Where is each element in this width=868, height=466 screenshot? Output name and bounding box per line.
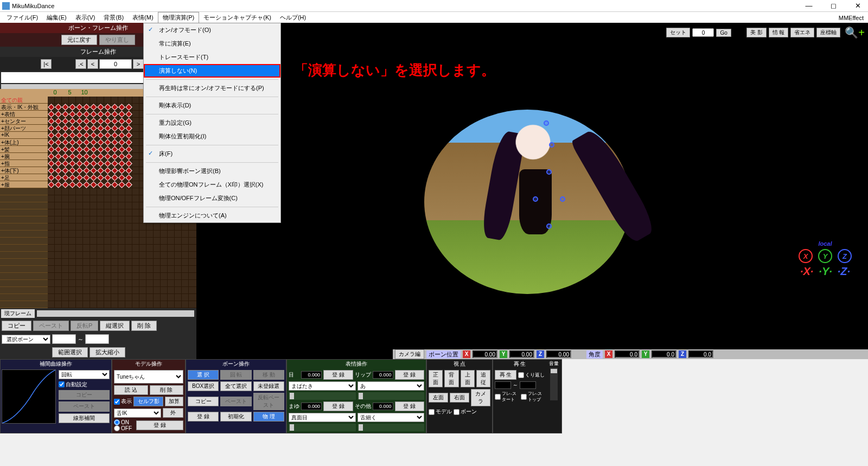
track-label[interactable]: +顔パーツ xyxy=(0,125,48,132)
coord-axis-button[interactable]: 座標軸 xyxy=(816,28,840,37)
dropdown-item[interactable]: 剛体位置初期化(I) xyxy=(144,130,280,143)
track-label[interactable]: +指 xyxy=(0,160,48,167)
top-button[interactable]: 上面 xyxy=(461,370,475,387)
front-button[interactable]: 正面 xyxy=(429,370,443,387)
eco-button[interactable]: 省エネ xyxy=(790,28,814,37)
load-model-button[interactable]: 読 込 xyxy=(114,385,148,395)
paste-button[interactable]: ペースト xyxy=(33,321,69,331)
menu-item-6[interactable]: モーションキャプチャ(K) xyxy=(199,12,276,23)
bone-chk[interactable] xyxy=(454,409,459,415)
pos-x-input[interactable] xyxy=(473,350,497,358)
select-bone-dropdown[interactable]: 選択ボーン xyxy=(2,335,50,344)
bone-copy-button[interactable]: コピー xyxy=(188,397,219,406)
track-label[interactable]: +表情 xyxy=(0,111,48,118)
bone-move-button[interactable]: 移 動 xyxy=(253,370,284,380)
tongue-select[interactable]: 舌細く xyxy=(358,413,425,422)
a-select[interactable]: あ xyxy=(358,381,425,391)
brow-slider[interactable] xyxy=(289,424,356,431)
minimize-button[interactable]: — xyxy=(801,2,817,10)
fstop-chk[interactable] xyxy=(521,394,527,400)
frame-prev-button[interactable]: < xyxy=(87,59,98,69)
blink-select[interactable]: まばたき xyxy=(289,381,356,391)
dropdown-item[interactable]: 常に演算(E) xyxy=(144,37,280,50)
vsel-button[interactable]: 縦選択 xyxy=(100,321,130,331)
menu-item-5[interactable]: 物理演算(P) xyxy=(158,12,200,23)
menu-item-4[interactable]: 表情(M) xyxy=(128,12,158,23)
timeline-scroll[interactable] xyxy=(37,310,194,317)
tongue-ik-select[interactable]: 舌IK xyxy=(114,408,161,418)
copy-button[interactable]: コピー xyxy=(2,321,31,331)
model-reg-button[interactable]: 登 録 xyxy=(136,420,183,430)
play-to-input[interactable] xyxy=(520,381,536,389)
eye-input[interactable] xyxy=(301,371,322,379)
off-radio[interactable] xyxy=(114,425,120,431)
track-label[interactable]: 表示・IK・外観 xyxy=(0,104,48,111)
dropdown-item[interactable]: 剛体表示(D) xyxy=(144,99,280,112)
track-label[interactable]: +体(下) xyxy=(0,167,48,174)
lip-slider[interactable] xyxy=(358,392,425,400)
delete-button[interactable]: 削 除 xyxy=(131,321,157,331)
other-input[interactable] xyxy=(373,403,393,410)
bone-paste-button[interactable]: ペースト xyxy=(220,397,251,406)
curve-canvas[interactable] xyxy=(2,369,56,424)
lip-input[interactable] xyxy=(373,371,393,379)
dropdown-item[interactable]: 全ての物理ONフレーム（X印）選択(X) xyxy=(144,178,280,191)
zoom-button[interactable]: 拡大縮小 xyxy=(90,347,125,358)
bone-rotate-button[interactable]: 回 転 xyxy=(220,370,251,380)
eye-reg-button[interactable]: 登 録 xyxy=(323,370,353,380)
menu-item-1[interactable]: 編集(E) xyxy=(42,12,71,23)
interp-target-select[interactable]: 回転 xyxy=(59,370,110,379)
dropdown-item[interactable]: 再生時は常にオン/オフモードにする(P) xyxy=(144,81,280,95)
range-to-input[interactable] xyxy=(85,334,109,344)
model-chk[interactable] xyxy=(429,409,435,415)
track-label[interactable]: +服 xyxy=(0,181,48,188)
volume-slider[interactable] xyxy=(550,368,558,400)
menu-item-2[interactable]: 表示(V) xyxy=(71,12,100,23)
left-button[interactable]: 左面 xyxy=(429,393,448,403)
dropdown-item[interactable]: 重力設定(G) xyxy=(144,116,280,130)
info-button[interactable]: 情 報 xyxy=(769,28,789,37)
rot-y-input[interactable] xyxy=(652,350,676,358)
back-button[interactable]: 背面 xyxy=(444,370,458,387)
frame-first-button[interactable]: |< xyxy=(41,59,52,69)
rev-paste-button[interactable]: 反転ペースト xyxy=(253,393,284,410)
on-radio[interactable] xyxy=(114,419,120,425)
track-label[interactable]: +体(上) xyxy=(0,139,48,146)
bone-reg-button[interactable]: 登 録 xyxy=(188,412,219,422)
other-slider[interactable] xyxy=(358,424,425,431)
unreg-select-button[interactable]: 未登録選 xyxy=(253,381,284,391)
range-select-button[interactable]: 範囲選択 xyxy=(52,347,88,358)
dropdown-item[interactable]: ✓床(F) xyxy=(144,147,280,161)
dropdown-item[interactable]: 物理エンジンについて(A) xyxy=(144,209,280,222)
reverse-button[interactable]: 反転P xyxy=(71,321,98,331)
set-button[interactable]: セット xyxy=(666,28,690,37)
track-label[interactable]: +足 xyxy=(0,174,48,181)
interp-copy-button[interactable]: コピー xyxy=(59,390,110,400)
linear-button[interactable]: 線形補間 xyxy=(59,413,110,424)
menu-item-0[interactable]: ファイル(F) xyxy=(2,12,42,23)
show-checkbox[interactable] xyxy=(114,399,120,405)
close-button[interactable]: ✕ xyxy=(850,2,866,10)
play-from-input[interactable] xyxy=(495,381,511,389)
other-reg-button[interactable]: 登 録 xyxy=(395,401,425,411)
out-button[interactable]: 外 xyxy=(163,408,183,418)
repeat-chk[interactable] xyxy=(518,372,524,378)
lip-reg-button[interactable]: 登 録 xyxy=(395,370,425,380)
axis-widget[interactable]: local X Y Z ·X· ·Y· ·Z· xyxy=(799,240,852,278)
physics-button[interactable]: 物 理 xyxy=(253,412,284,422)
dropdown-item[interactable]: 物理影響ボーン選択(B) xyxy=(144,164,280,178)
selfshadow-button[interactable]: セルフ影 xyxy=(133,397,163,406)
beauty-shadow-button[interactable]: 美 影 xyxy=(746,28,767,37)
menu-item-7[interactable]: ヘルプ(H) xyxy=(276,12,310,23)
all-select-button[interactable]: 全て選択 xyxy=(220,381,251,391)
go-button[interactable]: Go xyxy=(716,29,731,37)
pos-y-input[interactable] xyxy=(509,350,534,358)
eye-slider[interactable] xyxy=(289,392,356,400)
del-model-button[interactable]: 削 除 xyxy=(150,385,184,395)
camera-edit-button[interactable]: カメラ編 xyxy=(395,349,424,359)
redo-button[interactable]: やり直し xyxy=(99,35,135,45)
rot-x-input[interactable] xyxy=(615,350,640,358)
track-label[interactable]: 全ての親 xyxy=(0,97,48,104)
brow-input[interactable] xyxy=(301,403,322,410)
add-button[interactable]: 加算 xyxy=(165,397,183,406)
